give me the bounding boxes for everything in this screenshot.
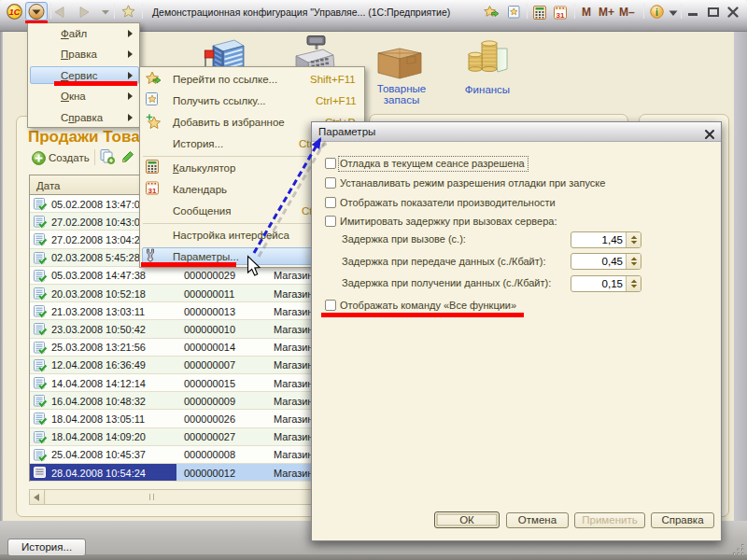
svg-text:1С: 1С bbox=[9, 7, 21, 17]
svg-text:31: 31 bbox=[557, 11, 565, 20]
svg-text:31: 31 bbox=[148, 187, 157, 195]
svg-text:i: i bbox=[655, 7, 658, 18]
